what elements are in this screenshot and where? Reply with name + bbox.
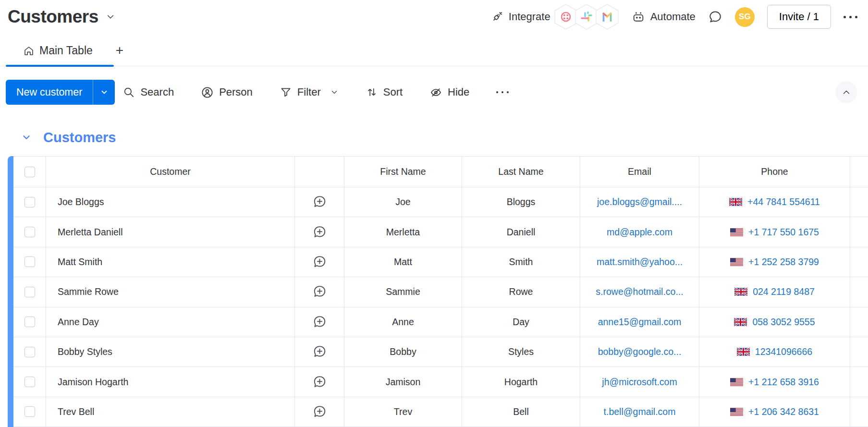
add-update-button[interactable] (295, 247, 344, 277)
customer-name-cell[interactable]: Trev Bell (46, 397, 295, 427)
email-cell[interactable]: joe.bloggs@gmail.... (580, 187, 699, 217)
filter-button[interactable]: Filter (272, 81, 346, 103)
email-link[interactable]: s.rowe@hotmail.co... (596, 286, 683, 297)
first-name-cell[interactable]: Jamison (344, 367, 462, 396)
phone-cell[interactable]: 12341096666 (699, 337, 850, 366)
search-button[interactable]: Search (115, 81, 182, 103)
integration-badges[interactable] (557, 4, 619, 30)
email-link[interactable]: bobby@google.co... (598, 346, 682, 357)
select-all-checkbox[interactable] (24, 167, 35, 177)
new-customer-button[interactable]: New customer (6, 80, 115, 105)
customer-name-cell[interactable]: Sammie Rowe (46, 277, 295, 306)
email-cell[interactable]: anne15@gmail.com (580, 307, 699, 337)
last-name-cell[interactable]: Bell (462, 397, 580, 427)
phone-link[interactable]: +1 212 658 3916 (748, 377, 819, 388)
phone-cell[interactable]: +1 212 658 3916 (699, 367, 850, 396)
group-title[interactable]: Customers (43, 130, 116, 146)
customer-name-cell[interactable]: Joe Bloggs (46, 187, 295, 217)
phone-link[interactable]: 058 3052 9555 (752, 317, 815, 328)
phone-link[interactable]: 024 2119 8487 (753, 286, 815, 297)
customer-name-cell[interactable]: Jamison Hogarth (46, 367, 295, 396)
phone-link[interactable]: +1 717 550 1675 (748, 227, 819, 238)
row-checkbox[interactable] (24, 197, 35, 207)
customer-name-cell[interactable]: Merletta Daniell (46, 217, 295, 246)
last-name-cell[interactable]: Bloggs (462, 187, 580, 217)
add-update-button[interactable] (295, 277, 344, 306)
customer-name-cell[interactable]: Anne Day (46, 307, 295, 337)
email-cell[interactable]: bobby@google.co... (580, 337, 699, 366)
last-name-cell[interactable]: Day (462, 307, 580, 337)
column-header-phone[interactable]: Phone (699, 157, 850, 187)
add-view-button[interactable]: + (95, 43, 123, 66)
sort-button[interactable]: Sort (358, 81, 410, 103)
avatar[interactable]: SG (735, 7, 755, 27)
collapse-button[interactable] (835, 81, 857, 103)
column-header-first-name[interactable]: First Name (344, 157, 462, 187)
add-update-button[interactable] (295, 217, 344, 246)
first-name-cell[interactable]: Sammie (344, 277, 462, 306)
first-name-cell[interactable]: Joe (344, 187, 462, 217)
add-update-button[interactable] (295, 397, 344, 427)
email-cell[interactable]: matt.smith@yahoo... (580, 247, 699, 277)
add-update-button[interactable] (295, 307, 344, 337)
email-cell[interactable]: t.bell@gmail.com (580, 397, 699, 427)
row-checkbox[interactable] (24, 406, 35, 417)
phone-link[interactable]: +1 206 342 8631 (748, 406, 819, 417)
phone-cell[interactable]: 058 3052 9555 (699, 307, 850, 337)
group-collapse-icon[interactable] (21, 132, 32, 143)
new-customer-dropdown[interactable] (93, 80, 115, 105)
hide-button[interactable]: Hide (422, 81, 477, 103)
last-name-cell[interactable]: Rowe (462, 277, 580, 306)
email-cell[interactable]: md@apple.com (580, 217, 699, 246)
first-name-cell[interactable]: Trev (344, 397, 462, 427)
board-title-menu[interactable]: Customers (8, 7, 116, 27)
column-header-last-name[interactable]: Last Name (462, 157, 580, 187)
email-cell[interactable]: jh@microsoft.com (580, 367, 699, 396)
last-name-cell[interactable]: Hogarth (462, 367, 580, 396)
add-update-button[interactable] (295, 367, 344, 396)
first-name-cell[interactable]: Matt (344, 247, 462, 277)
row-checkbox[interactable] (24, 227, 35, 237)
phone-cell[interactable]: +44 7841 554611 (699, 187, 850, 217)
last-name-cell[interactable]: Smith (462, 247, 580, 277)
tab-main-table[interactable]: Main Table (0, 44, 95, 66)
email-link[interactable]: jh@microsoft.com (602, 377, 677, 388)
row-checkbox[interactable] (24, 347, 35, 357)
first-name-cell[interactable]: Merletta (344, 217, 462, 246)
email-link[interactable]: md@apple.com (607, 227, 672, 238)
email-link[interactable]: t.bell@gmail.com (604, 406, 676, 417)
row-checkbox[interactable] (24, 287, 35, 297)
customer-name-cell[interactable]: Matt Smith (46, 247, 295, 277)
email-link[interactable]: matt.smith@yahoo... (597, 256, 683, 268)
first-name-cell[interactable]: Anne (344, 307, 462, 337)
phone-cell[interactable]: +1 252 258 3799 (699, 247, 850, 277)
chevron-down-icon[interactable] (326, 88, 339, 97)
board-more-icon[interactable] (844, 16, 857, 18)
invite-button[interactable]: Invite / 1 (767, 5, 831, 29)
phone-cell[interactable]: +1 206 342 8631 (699, 397, 850, 427)
row-checkbox[interactable] (24, 317, 35, 327)
phone-cell[interactable]: +1 717 550 1675 (699, 217, 850, 246)
row-checkbox[interactable] (24, 256, 35, 267)
automate-button[interactable]: Automate (632, 10, 696, 24)
last-name-cell[interactable]: Daniell (462, 217, 580, 246)
person-button[interactable]: Person (193, 81, 260, 103)
phone-link[interactable]: 12341096666 (755, 346, 812, 357)
add-update-button[interactable] (295, 187, 344, 217)
email-cell[interactable]: s.rowe@hotmail.co... (580, 277, 699, 306)
integrate-button[interactable]: Integrate (490, 11, 550, 24)
column-header-email[interactable]: Email (580, 157, 699, 187)
email-link[interactable]: anne15@gmail.com (598, 317, 682, 328)
updates-button[interactable] (708, 10, 722, 24)
last-name-cell[interactable]: Styles (462, 337, 580, 366)
column-header-customer[interactable]: Customer (46, 157, 295, 187)
first-name-cell[interactable]: Bobby (344, 337, 462, 366)
phone-link[interactable]: +1 252 258 3799 (748, 256, 819, 268)
phone-cell[interactable]: 024 2119 8487 (699, 277, 850, 306)
toolbar-more-icon[interactable] (489, 81, 516, 103)
email-link[interactable]: joe.bloggs@gmail.... (597, 196, 682, 207)
row-checkbox[interactable] (24, 377, 35, 387)
phone-link[interactable]: +44 7841 554611 (747, 196, 820, 207)
add-update-button[interactable] (295, 337, 344, 366)
customer-name-cell[interactable]: Bobby Styles (46, 337, 295, 366)
